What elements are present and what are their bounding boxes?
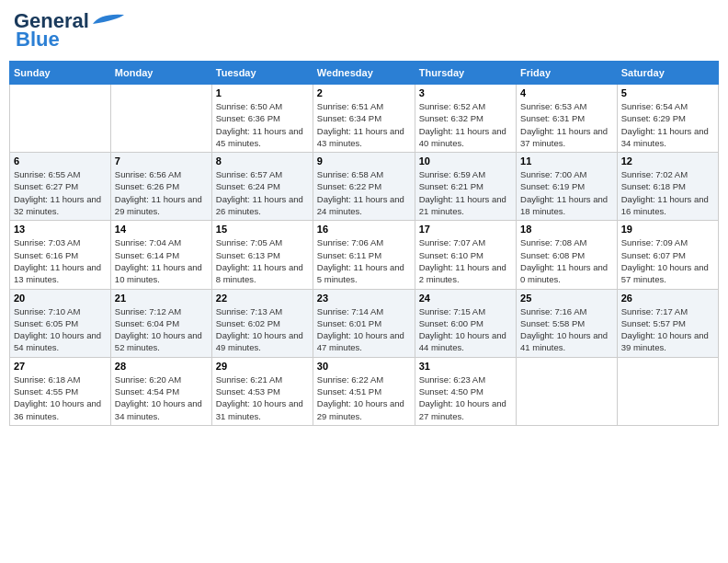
day-detail: Sunrise: 6:20 AM Sunset: 4:54 PM Dayligh…: [115, 373, 208, 422]
calendar-cell: 17Sunrise: 7:07 AM Sunset: 6:10 PM Dayli…: [415, 221, 516, 289]
day-number: 19: [621, 224, 714, 235]
weekday-header-row: SundayMondayTuesdayWednesdayThursdayFrid…: [10, 62, 719, 85]
calendar-cell: 14Sunrise: 7:04 AM Sunset: 6:14 PM Dayli…: [110, 221, 211, 289]
day-number: 18: [520, 224, 613, 235]
weekday-header-friday: Friday: [517, 62, 618, 85]
page-header: General Blue: [9, 9, 719, 52]
day-number: 15: [216, 224, 309, 235]
day-detail: Sunrise: 6:58 AM Sunset: 6:22 PM Dayligh…: [317, 168, 411, 217]
day-number: 23: [317, 293, 411, 304]
day-number: 27: [14, 361, 107, 372]
calendar-cell: 9Sunrise: 6:58 AM Sunset: 6:22 PM Daylig…: [313, 153, 415, 221]
calendar-cell: 7Sunrise: 6:56 AM Sunset: 6:26 PM Daylig…: [110, 153, 211, 221]
logo-blue: Blue: [16, 28, 60, 52]
day-number: 6: [14, 155, 107, 167]
calendar-cell: [617, 357, 718, 425]
calendar-cell: 6Sunrise: 6:55 AM Sunset: 6:27 PM Daylig…: [10, 153, 111, 221]
day-number: 16: [317, 224, 411, 235]
calendar-cell: 25Sunrise: 7:16 AM Sunset: 5:58 PM Dayli…: [517, 289, 618, 357]
day-number: 10: [419, 155, 512, 167]
day-detail: Sunrise: 6:52 AM Sunset: 6:32 PM Dayligh…: [419, 100, 512, 149]
day-number: 3: [419, 87, 512, 98]
day-number: 13: [14, 224, 107, 235]
calendar-cell: 20Sunrise: 7:10 AM Sunset: 6:05 PM Dayli…: [10, 289, 111, 357]
day-detail: Sunrise: 7:17 AM Sunset: 5:57 PM Dayligh…: [621, 305, 714, 354]
day-detail: Sunrise: 7:06 AM Sunset: 6:11 PM Dayligh…: [317, 236, 411, 285]
weekday-header-saturday: Saturday: [617, 62, 718, 85]
day-number: 14: [115, 224, 208, 235]
calendar-table: SundayMondayTuesdayWednesdayThursdayFrid…: [9, 61, 719, 426]
calendar-cell: 3Sunrise: 6:52 AM Sunset: 6:32 PM Daylig…: [415, 85, 516, 153]
calendar-cell: 8Sunrise: 6:57 AM Sunset: 6:24 PM Daylig…: [211, 153, 313, 221]
calendar-cell: 31Sunrise: 6:23 AM Sunset: 4:50 PM Dayli…: [415, 357, 516, 425]
calendar-cell: 19Sunrise: 7:09 AM Sunset: 6:07 PM Dayli…: [617, 221, 718, 289]
calendar-cell: 1Sunrise: 6:50 AM Sunset: 6:36 PM Daylig…: [211, 85, 313, 153]
day-number: 20: [14, 293, 107, 304]
calendar-cell: 15Sunrise: 7:05 AM Sunset: 6:13 PM Dayli…: [211, 221, 313, 289]
calendar-cell: 29Sunrise: 6:21 AM Sunset: 4:53 PM Dayli…: [211, 357, 313, 425]
calendar-cell: [517, 357, 618, 425]
day-detail: Sunrise: 6:21 AM Sunset: 4:53 PM Dayligh…: [216, 373, 309, 422]
day-number: 11: [520, 155, 613, 167]
calendar-cell: 5Sunrise: 6:54 AM Sunset: 6:29 PM Daylig…: [617, 85, 718, 153]
calendar-week-1: 1Sunrise: 6:50 AM Sunset: 6:36 PM Daylig…: [10, 85, 719, 153]
calendar-cell: [110, 85, 211, 153]
weekday-header-wednesday: Wednesday: [313, 62, 415, 85]
calendar-cell: 23Sunrise: 7:14 AM Sunset: 6:01 PM Dayli…: [313, 289, 415, 357]
weekday-header-monday: Monday: [110, 62, 211, 85]
calendar-cell: 4Sunrise: 6:53 AM Sunset: 6:31 PM Daylig…: [517, 85, 618, 153]
day-number: 17: [419, 224, 512, 235]
day-detail: Sunrise: 7:00 AM Sunset: 6:19 PM Dayligh…: [520, 168, 613, 217]
calendar-cell: 2Sunrise: 6:51 AM Sunset: 6:34 PM Daylig…: [313, 85, 415, 153]
day-number: 28: [115, 361, 208, 372]
calendar-week-3: 13Sunrise: 7:03 AM Sunset: 6:16 PM Dayli…: [10, 221, 719, 289]
day-number: 30: [317, 361, 411, 372]
calendar-cell: 28Sunrise: 6:20 AM Sunset: 4:54 PM Dayli…: [110, 357, 211, 425]
day-detail: Sunrise: 7:03 AM Sunset: 6:16 PM Dayligh…: [14, 236, 107, 285]
day-number: 7: [115, 155, 208, 167]
calendar-cell: 11Sunrise: 7:00 AM Sunset: 6:19 PM Dayli…: [517, 153, 618, 221]
calendar-cell: 27Sunrise: 6:18 AM Sunset: 4:55 PM Dayli…: [10, 357, 111, 425]
day-detail: Sunrise: 6:23 AM Sunset: 4:50 PM Dayligh…: [419, 373, 512, 422]
day-detail: Sunrise: 7:14 AM Sunset: 6:01 PM Dayligh…: [317, 305, 411, 354]
calendar-cell: 24Sunrise: 7:15 AM Sunset: 6:00 PM Dayli…: [415, 289, 516, 357]
day-detail: Sunrise: 7:16 AM Sunset: 5:58 PM Dayligh…: [520, 305, 613, 354]
calendar-cell: 12Sunrise: 7:02 AM Sunset: 6:18 PM Dayli…: [617, 153, 718, 221]
weekday-header-tuesday: Tuesday: [211, 62, 313, 85]
day-detail: Sunrise: 7:04 AM Sunset: 6:14 PM Dayligh…: [115, 236, 208, 285]
day-detail: Sunrise: 7:13 AM Sunset: 6:02 PM Dayligh…: [216, 305, 309, 354]
day-detail: Sunrise: 7:15 AM Sunset: 6:00 PM Dayligh…: [419, 305, 512, 354]
day-detail: Sunrise: 6:56 AM Sunset: 6:26 PM Dayligh…: [115, 168, 208, 217]
day-number: 29: [216, 361, 309, 372]
day-number: 1: [216, 87, 309, 98]
day-number: 22: [216, 293, 309, 304]
day-number: 4: [520, 87, 613, 98]
day-detail: Sunrise: 7:07 AM Sunset: 6:10 PM Dayligh…: [419, 236, 512, 285]
day-number: 26: [621, 293, 714, 304]
day-detail: Sunrise: 7:12 AM Sunset: 6:04 PM Dayligh…: [115, 305, 208, 354]
day-detail: Sunrise: 6:18 AM Sunset: 4:55 PM Dayligh…: [14, 373, 107, 422]
day-number: 8: [216, 155, 309, 167]
calendar-week-4: 20Sunrise: 7:10 AM Sunset: 6:05 PM Dayli…: [10, 289, 719, 357]
day-number: 31: [419, 361, 512, 372]
calendar-cell: [10, 85, 111, 153]
day-detail: Sunrise: 6:51 AM Sunset: 6:34 PM Dayligh…: [317, 100, 411, 149]
day-detail: Sunrise: 7:02 AM Sunset: 6:18 PM Dayligh…: [621, 168, 714, 217]
day-detail: Sunrise: 6:54 AM Sunset: 6:29 PM Dayligh…: [621, 100, 714, 149]
day-number: 24: [419, 293, 512, 304]
day-number: 12: [621, 155, 714, 167]
day-number: 5: [621, 87, 714, 98]
day-number: 2: [317, 87, 411, 98]
day-detail: Sunrise: 6:50 AM Sunset: 6:36 PM Dayligh…: [216, 100, 309, 149]
logo: General Blue: [14, 9, 126, 52]
day-detail: Sunrise: 6:59 AM Sunset: 6:21 PM Dayligh…: [419, 168, 512, 217]
day-detail: Sunrise: 6:22 AM Sunset: 4:51 PM Dayligh…: [317, 373, 411, 422]
logo-wing-icon: [91, 11, 126, 28]
day-detail: Sunrise: 7:08 AM Sunset: 6:08 PM Dayligh…: [520, 236, 613, 285]
calendar-cell: 13Sunrise: 7:03 AM Sunset: 6:16 PM Dayli…: [10, 221, 111, 289]
day-detail: Sunrise: 7:10 AM Sunset: 6:05 PM Dayligh…: [14, 305, 107, 354]
day-detail: Sunrise: 6:57 AM Sunset: 6:24 PM Dayligh…: [216, 168, 309, 217]
day-number: 9: [317, 155, 411, 167]
calendar-cell: 16Sunrise: 7:06 AM Sunset: 6:11 PM Dayli…: [313, 221, 415, 289]
day-number: 21: [115, 293, 208, 304]
